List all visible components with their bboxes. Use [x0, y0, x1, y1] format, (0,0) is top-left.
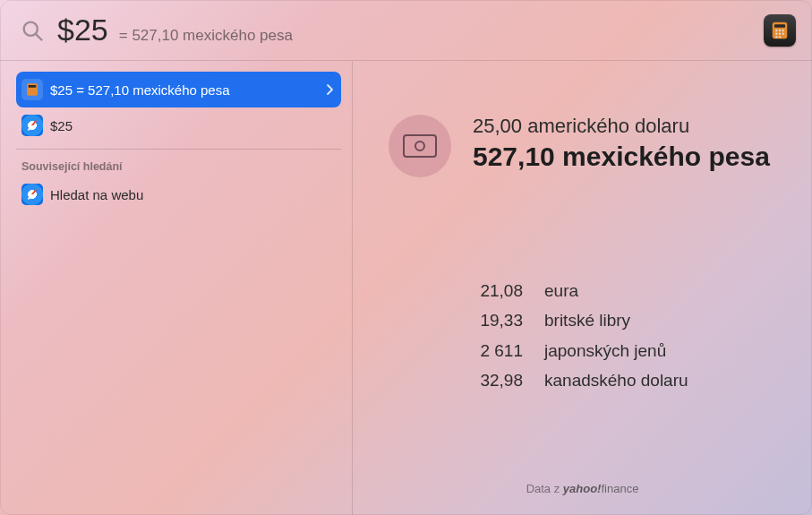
- related-search-header: Související hledání: [16, 153, 341, 176]
- rate-value: 2 611: [442, 336, 523, 365]
- result-conversion[interactable]: $25 = 527,10 mexického pesa: [16, 72, 341, 107]
- banknote-icon: [389, 115, 451, 177]
- rate-value: 19,33: [442, 305, 523, 335]
- rate-label: japonských jenů: [544, 336, 666, 365]
- rate-label: eura: [544, 276, 578, 305]
- results-sidebar: $25 = 527,10 mexického pesa $25 Souvisej…: [0, 61, 353, 515]
- search-query[interactable]: $25 = 527,10 mexického pesa: [57, 13, 764, 47]
- safari-icon: [21, 115, 43, 136]
- result-label: $25 = 527,10 mexického pesa: [50, 82, 320, 98]
- rate-row: 21,08 eura: [442, 276, 776, 305]
- data-source: Data z yahoo!finance: [353, 482, 812, 495]
- svg-point-4: [775, 29, 777, 30]
- search-bar[interactable]: $25 = 527,10 mexického pesa: [0, 0, 812, 61]
- source-brand: yahoo!: [563, 482, 602, 495]
- svg-point-5: [779, 29, 781, 30]
- search-icon: [20, 18, 45, 43]
- source-brand-sub: finance: [601, 482, 638, 495]
- safari-icon: [21, 184, 43, 205]
- result-web-query[interactable]: $25: [16, 107, 341, 143]
- rate-row: 2 611 japonských jenů: [442, 336, 776, 365]
- svg-point-10: [775, 36, 777, 38]
- content-body: $25 = 527,10 mexického pesa $25 Souvisej…: [0, 61, 812, 515]
- svg-rect-14: [29, 85, 37, 88]
- conversion-hero: 25,00 amerického dolaru 527,10 mexického…: [389, 115, 776, 177]
- search-query-result: = 527,10 mexického pesa: [119, 27, 293, 45]
- other-rates: 21,08 eura 19,33 britské libry 2 611 jap…: [442, 276, 776, 395]
- detail-pane: 25,00 amerického dolaru 527,10 mexického…: [353, 61, 812, 515]
- svg-point-16: [415, 142, 424, 150]
- sidebar-separator: [16, 149, 341, 150]
- svg-point-7: [775, 32, 777, 34]
- rate-value: 21,08: [442, 276, 523, 305]
- source-prefix: Data z: [526, 482, 563, 495]
- calculator-app-icon[interactable]: [764, 14, 796, 47]
- calculator-icon: [21, 79, 43, 100]
- spotlight-window: $25 = 527,10 mexického pesa: [0, 0, 812, 515]
- rate-row: 32,98 kanadského dolaru: [442, 365, 776, 395]
- svg-point-12: [782, 36, 783, 38]
- svg-point-8: [779, 32, 781, 34]
- svg-point-11: [779, 36, 781, 38]
- rate-label: britské libry: [544, 305, 630, 335]
- rate-row: 19,33 britské libry: [442, 305, 776, 335]
- to-amount: 527,10 mexického pesa: [473, 142, 770, 172]
- rate-value: 32,98: [442, 365, 523, 395]
- svg-rect-3: [774, 24, 785, 28]
- svg-rect-15: [404, 135, 436, 157]
- result-label: $25: [50, 118, 334, 133]
- svg-point-6: [782, 29, 783, 30]
- rate-label: kanadského dolaru: [544, 365, 688, 395]
- conversion-text: 25,00 amerického dolaru 527,10 mexického…: [473, 115, 770, 172]
- from-amount: 25,00 amerického dolaru: [473, 115, 770, 138]
- chevron-right-icon: [327, 84, 334, 95]
- result-label: Hledat na webu: [50, 187, 334, 202]
- result-search-web[interactable]: Hledat na webu: [16, 176, 341, 212]
- svg-line-1: [36, 34, 41, 39]
- search-query-main: $25: [57, 13, 108, 47]
- svg-point-9: [782, 32, 783, 34]
